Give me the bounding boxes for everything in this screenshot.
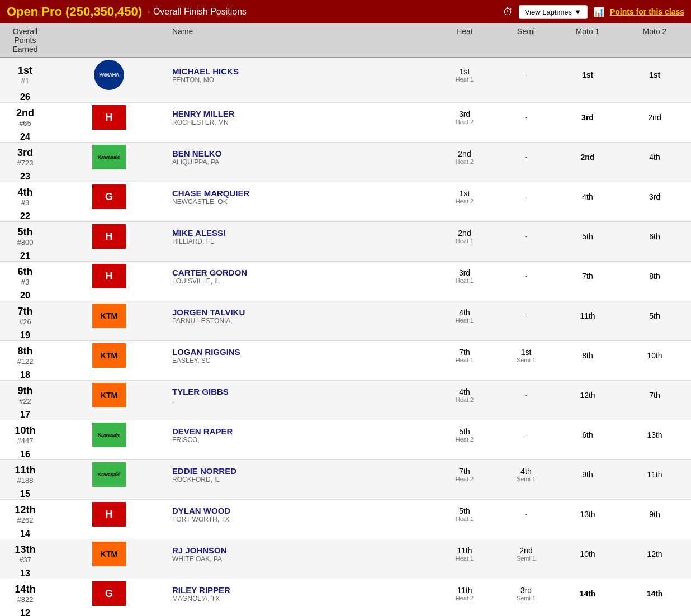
rider-name: DEVEN RAPER (172, 427, 429, 436)
cell-moto2: 11th (618, 468, 691, 481)
cell-semi: - (495, 309, 557, 323)
kawasaki-logo: Kawasaki (92, 145, 126, 169)
cell-heat: 5th Heat 2 (434, 425, 495, 445)
rider-location: NEWCASTLE, OK (172, 198, 429, 206)
table-row: 13th #37 KTM RJ JOHNSON WHITE OAK, PA 11… (0, 539, 691, 579)
finish-position: 9th (2, 385, 48, 397)
finish-position: 14th (2, 584, 48, 595)
results-table: 1st #1 YAMAHA MICHAEL HICKS FENTON, MO 1… (0, 58, 691, 616)
cell-heat: 3rd Heat 2 (434, 107, 495, 127)
moto2-pos: 4th (649, 153, 660, 162)
cell-heat: 4th Heat 2 (434, 385, 495, 405)
cell-overall: 4th #9 (0, 182, 50, 211)
heat-pos: 3rd (459, 268, 470, 277)
moto2-pos: 13th (647, 430, 662, 439)
rider-location: ALIQUIPPA, PA (172, 158, 429, 166)
moto1-pos: 3rd (581, 113, 594, 122)
points-value: 20 (20, 291, 30, 300)
cell-name: JORGEN TALVIKU PARNU - ESTONIA, (168, 304, 434, 328)
cell-heat: 1st Heat 1 (434, 65, 495, 85)
points-value: 19 (20, 330, 30, 340)
page-header: Open Pro (250,350,450) - Overall Finish … (0, 0, 691, 23)
cell-name: CARTER GORDON LOUISVILLE, IL (168, 264, 434, 288)
table-row: 2nd #65 H HENRY MILLER ROCHESTER, MN 3rd… (0, 103, 691, 143)
cell-points: 14 (0, 529, 50, 539)
cell-points: 16 (0, 449, 50, 459)
semi-label: Semi 1 (498, 357, 555, 363)
cell-logo: G (50, 579, 168, 608)
rider-number: #26 (19, 318, 31, 326)
cell-heat: 1st Heat 2 (434, 187, 495, 207)
class-title: Open Pro (250,350,450) (7, 4, 142, 19)
heat-label: Heat 1 (436, 277, 493, 284)
points-value: 13 (20, 568, 30, 578)
view-laptimes-label: View Laptimes (525, 8, 572, 16)
points-value: 12 (20, 608, 30, 616)
moto2-pos: 7th (649, 391, 660, 400)
cell-name: TYLER GIBBS , (168, 383, 434, 407)
semi-dash: - (525, 272, 528, 281)
rider-location: FRISCO, (172, 436, 429, 444)
heat-pos: 4th (459, 387, 470, 396)
points-link-label: Points for this class (610, 7, 684, 16)
table-row: 1st #1 YAMAHA MICHAEL HICKS FENTON, MO 1… (0, 58, 691, 103)
cell-logo: KTM (50, 539, 168, 568)
cell-moto1: 14th (557, 587, 618, 600)
cell-moto2: 8th (618, 269, 691, 283)
table-row: 6th #3 H CARTER GORDON LOUISVILLE, IL 3r… (0, 262, 691, 301)
rider-number: #447 (17, 437, 34, 445)
cell-heat: 11th Heat 1 (434, 544, 495, 564)
moto2-pos: 11th (647, 470, 662, 479)
rider-location: WHITE OAK, PA (172, 555, 429, 563)
col-semi: Semi (495, 27, 557, 36)
col-moto2: Moto 2 (618, 27, 691, 36)
view-laptimes-button[interactable]: View Laptimes ▼ (519, 5, 588, 19)
moto1-pos: 1st (582, 70, 593, 79)
table-row: 14th #822 G RILEY RIPPER MAGNOLIA, TX 11… (0, 579, 691, 616)
ktm-logo: KTM (92, 343, 126, 368)
heat-label: Heat 2 (436, 198, 493, 205)
rider-number: #9 (21, 198, 29, 207)
cell-name: DEVEN RAPER FRISCO, (168, 423, 434, 447)
ktm-logo: KTM (92, 542, 126, 566)
moto2-pos: 12th (647, 549, 662, 558)
cell-moto1: 1st (557, 68, 618, 82)
cell-semi: - (495, 230, 557, 243)
col-name: Name (168, 27, 434, 36)
cell-logo: G (50, 182, 168, 211)
cell-logo: KTM (50, 301, 168, 330)
table-row: 3rd #723 Kawasaki BEN NELKO ALIQUIPPA, P… (0, 143, 691, 182)
heat-pos: 11th (457, 546, 472, 555)
rider-name: BEN NELKO (172, 149, 429, 158)
points-value: 23 (20, 172, 30, 181)
cell-points: 17 (0, 410, 50, 420)
cell-name: BEN NELKO ALIQUIPPA, PA (168, 145, 434, 169)
cell-logo: H (50, 222, 168, 251)
ktm-logo: KTM (92, 383, 126, 407)
cell-overall: 9th #22 (0, 381, 50, 410)
cell-moto2: 14th (618, 587, 691, 600)
col-moto1: Moto 1 (557, 27, 618, 36)
cell-moto2: 1st (618, 68, 691, 82)
ktm-logo: KTM (92, 304, 126, 328)
table-row: 9th #22 KTM TYLER GIBBS , 4th Heat 2 - 1… (0, 381, 691, 420)
cell-points: 18 (0, 370, 50, 380)
table-row: 10th #447 Kawasaki DEVEN RAPER FRISCO, 5… (0, 420, 691, 460)
points-value: 17 (20, 410, 30, 419)
cell-logo: Kawasaki (50, 143, 168, 172)
moto1-pos: 13th (580, 510, 595, 519)
semi-label: Semi 1 (498, 595, 555, 601)
cell-points: 24 (0, 132, 50, 142)
heat-label: Heat 1 (436, 76, 493, 83)
cell-points: 21 (0, 251, 50, 261)
rider-name: TYLER GIBBS (172, 387, 429, 396)
cell-semi: - (495, 508, 557, 521)
points-value: 18 (20, 370, 30, 380)
kawasaki-logo: Kawasaki (92, 462, 126, 487)
heat-pos: 5th (459, 427, 470, 436)
points-link[interactable]: Points for this class (610, 7, 684, 16)
moto1-pos: 11th (580, 311, 595, 320)
heat-pos: 1st (460, 189, 470, 198)
cell-points: 26 (0, 92, 50, 102)
rider-name: LOGAN RIGGINS (172, 347, 429, 357)
